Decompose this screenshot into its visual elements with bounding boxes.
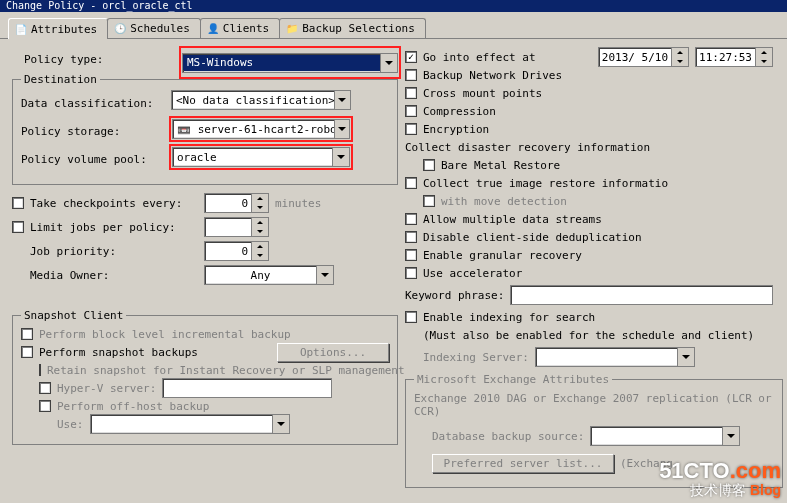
go-into-effect-checkbox[interactable] [405,51,417,63]
enable-indexing-checkbox[interactable] [405,311,417,323]
spin-down-icon[interactable] [252,251,268,260]
main-panel: 📄 Attributes 🕒 Schedules 👤 Clients 📁 Bac… [0,12,787,503]
disable-dedup-checkbox[interactable] [405,231,417,243]
db-backup-source-combo[interactable] [590,426,740,446]
perform-bli-checkbox[interactable] [21,328,33,340]
encryption-label: Encryption [423,123,489,136]
chevron-down-icon[interactable] [332,148,349,166]
move-detection-checkbox[interactable] [423,195,435,207]
chevron-down-icon[interactable] [677,348,694,366]
policy-storage-combo[interactable]: 📼 server-61-hcart2-robot-t [172,119,350,139]
indexing-server-label: Indexing Server: [423,351,529,364]
job-priority-value[interactable] [205,242,251,260]
hyperv-label: Hyper-V server: [57,382,156,395]
job-priority-spin[interactable] [204,241,269,261]
date-value: 2013/ 5/10 [602,51,668,64]
attributes-icon: 📄 [15,24,27,35]
move-detection-label: with move detection [441,195,567,208]
limit-jobs-spin[interactable] [204,217,269,237]
perform-snapshot-label: Perform snapshot backups [39,346,271,359]
compression-checkbox[interactable] [405,105,417,117]
spin-up-icon[interactable] [252,218,268,227]
exchange-legend: Microsoft Exchange Attributes [414,373,612,386]
indexing-server-combo[interactable] [535,347,695,367]
db-backup-source-label: Database backup source: [432,430,584,443]
preferred-server-list-button[interactable]: Preferred server list... [432,454,614,473]
destination-legend: Destination [21,73,100,86]
chevron-down-icon[interactable] [272,415,289,433]
true-image-checkbox[interactable] [405,177,417,189]
spin-down-icon[interactable] [756,57,772,66]
take-checkpoints-spin[interactable] [204,193,269,213]
chevron-down-icon[interactable] [722,427,739,445]
backup-network-label: Backup Network Drives [423,69,562,82]
policy-type-combo[interactable]: MS-Windows [182,53,398,73]
tab-clients[interactable]: 👤 Clients [200,18,280,38]
tab-schedules[interactable]: 🕒 Schedules [107,18,201,38]
policy-storage-value: 📼 server-61-hcart2-robot-t [173,122,334,137]
media-owner-combo[interactable]: Any [204,265,334,285]
keyword-phrase-input[interactable] [510,285,773,305]
multi-ds-checkbox[interactable] [405,213,417,225]
destination-group: Destination Data classification: <No dat… [12,79,398,185]
limit-jobs-label: Limit jobs per policy: [30,221,198,234]
retain-snapshot-checkbox[interactable] [39,364,41,376]
enable-indexing-label: Enable indexing for search [423,311,595,324]
spin-down-icon[interactable] [252,227,268,236]
granular-checkbox[interactable] [405,249,417,261]
tab-attributes-label: Attributes [31,23,97,36]
time-input[interactable]: 11:27:53 [695,47,773,67]
bmr-checkbox[interactable] [423,159,435,171]
bmr-label: Bare Metal Restore [441,159,560,172]
limit-jobs-checkbox[interactable] [12,221,24,233]
use-combo[interactable] [90,414,290,434]
highlight-policy-storage: 📼 server-61-hcart2-robot-t [169,116,353,142]
limit-jobs-value[interactable] [205,218,251,236]
use-label: Use: [57,418,84,431]
spin-up-icon[interactable] [672,48,688,57]
spin-up-icon[interactable] [756,48,772,57]
snapshot-options-button[interactable]: Options... [277,343,389,362]
backup-network-checkbox[interactable] [405,69,417,81]
date-input[interactable]: 2013/ 5/10 [598,47,689,67]
chevron-down-icon[interactable] [334,91,350,109]
policy-volume-pool-label: Policy volume pool: [21,153,147,166]
data-classification-label: Data classification: [21,97,153,110]
exchange-tail-label: (Exchang [620,457,673,470]
take-checkpoints-label: Take checkpoints every: [30,197,198,210]
perform-snapshot-checkbox[interactable] [21,346,33,358]
snapshot-client-group: Snapshot Client Perform block level incr… [12,315,398,445]
chevron-down-icon[interactable] [380,54,397,72]
media-owner-value: Any [205,268,316,283]
hyperv-input[interactable] [162,378,332,398]
spin-down-icon[interactable] [672,57,688,66]
retain-snapshot-label: Retain snapshot for Instant Recovery or … [47,364,405,377]
accel-checkbox[interactable] [405,267,417,279]
hyperv-checkbox[interactable] [39,382,51,394]
chevron-down-icon[interactable] [316,266,333,284]
tab-backup-selections[interactable]: 📁 Backup Selections [279,18,426,38]
exchange-note: Exchange 2010 DAG or Exchange 2007 repli… [414,392,774,418]
snapshot-client-legend: Snapshot Client [21,309,126,322]
indexing-note: (Must also be enabled for the schedule a… [423,329,754,342]
data-classification-value: <No data classification> [172,93,334,108]
offhost-checkbox[interactable] [39,400,51,412]
encryption-checkbox[interactable] [405,123,417,135]
person-icon: 👤 [207,23,219,34]
policy-volume-pool-combo[interactable]: oracle [172,147,350,167]
media-owner-label: Media Owner: [30,269,198,282]
data-classification-combo[interactable]: <No data classification> [171,90,351,110]
clock-icon: 🕒 [114,23,126,34]
chevron-down-icon[interactable] [334,120,349,138]
take-checkpoints-value[interactable] [205,194,251,212]
folder-icon: 📁 [286,23,298,34]
spin-up-icon[interactable] [252,194,268,203]
take-checkpoints-checkbox[interactable] [12,197,24,209]
spin-down-icon[interactable] [252,203,268,212]
true-image-label: Collect true image restore informatio [423,177,668,190]
accel-label: Use accelerator [423,267,522,280]
tab-attributes[interactable]: 📄 Attributes [8,18,108,39]
spin-up-icon[interactable] [252,242,268,251]
cross-mount-checkbox[interactable] [405,87,417,99]
exchange-attrs-group: Microsoft Exchange Attributes Exchange 2… [405,379,783,488]
